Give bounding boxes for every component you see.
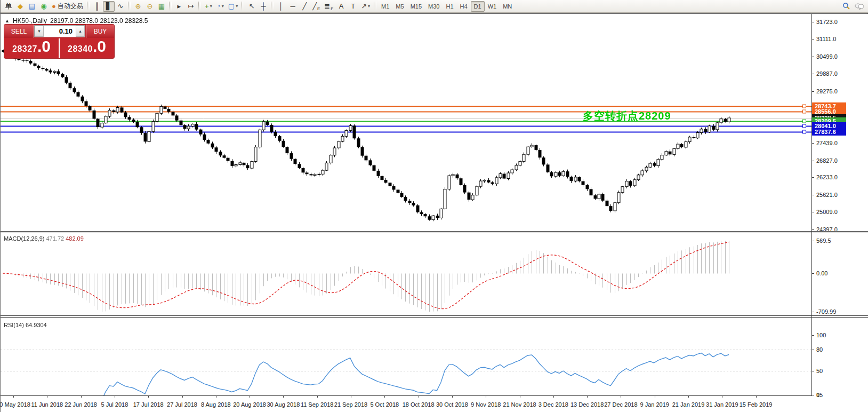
vertical-line-icon: │	[279, 3, 283, 10]
sell-button[interactable]: SELL	[4, 25, 34, 38]
rsi-label: RSI(14) 64.9304	[4, 322, 47, 328]
timeframe-mn-button[interactable]: MN	[500, 1, 515, 12]
chat-button[interactable]	[853, 1, 866, 12]
auto-scroll-button[interactable]: ▸	[173, 1, 185, 12]
rsi-tick-label: 50	[816, 368, 823, 374]
zoom-out-icon: ⊖	[147, 3, 152, 10]
timeframe-m15-button[interactable]: M15	[407, 1, 425, 12]
pivot-annotation[interactable]: 多空转折点28209	[583, 109, 671, 123]
text-icon: A	[339, 3, 344, 10]
autotrading-button[interactable]: ●自动交易	[50, 1, 85, 12]
chevron-down-icon: ▾	[210, 4, 212, 9]
text-button[interactable]: A	[335, 1, 347, 12]
buy-button[interactable]: BUY	[86, 25, 114, 38]
date-label: 30 Oct 2018	[436, 401, 468, 408]
new-order-button[interactable]: 单	[3, 1, 14, 12]
volume-input[interactable]	[44, 26, 76, 37]
chevron-down-icon: ▾	[368, 4, 370, 9]
cursor-button[interactable]: ↖	[246, 1, 258, 12]
toolbar-right-group	[840, 1, 866, 12]
rsi-tick-label: 0	[816, 392, 819, 398]
add-indicator-button[interactable]: +▾	[203, 1, 214, 12]
equidistant-channel-icon-sub: E	[317, 6, 320, 11]
fibonacci-button[interactable]: ≣F	[322, 1, 335, 12]
date-label: 21 Jan 2019	[672, 401, 705, 408]
date-label: 21 Nov 2018	[503, 401, 536, 408]
pane-separator[interactable]	[1, 231, 868, 233]
price-tick-label: 25009.0	[816, 209, 838, 215]
ingot-icon: ◆	[18, 3, 23, 10]
label-icon: T	[351, 3, 355, 10]
auto-scroll-icon: ▸	[178, 3, 181, 10]
timeframe-d1-button[interactable]: D1	[471, 1, 485, 12]
macd-indicator-canvas[interactable]	[1, 233, 811, 315]
macd-main-value: 471.72	[46, 235, 64, 242]
tile-windows-button[interactable]: ▦	[156, 1, 167, 12]
new-order-icon: 单	[5, 3, 12, 10]
crosshair-button[interactable]: ┼	[258, 1, 269, 12]
price-tick-label: 29887.0	[816, 70, 838, 77]
buy-price[interactable]: 28340 .0	[60, 38, 114, 58]
price-tick-label: 27439.0	[816, 140, 838, 146]
zoom-in-button[interactable]: ⊕	[132, 1, 144, 12]
date-label: 27 Dec 2018	[604, 401, 637, 408]
chevron-down-icon: ▾	[222, 4, 224, 9]
bar-chart-button[interactable]: ║	[91, 1, 103, 12]
horizontal-line-icon: ─	[291, 3, 295, 10]
date-label: 5 Jul 2018	[101, 401, 128, 408]
timeframe-w1-button[interactable]: W1	[485, 1, 500, 12]
date-label: 17 Jul 2018	[133, 401, 164, 408]
symbol-period-label: HK50-,Daily	[13, 17, 47, 25]
tile-windows-icon: ▦	[158, 3, 165, 10]
volume-up-button[interactable]: ▲	[76, 26, 85, 37]
date-label: 9 Jan 2019	[640, 401, 669, 408]
ohlc-values: 28197.0 28378.0 28123.0 28328.5	[50, 17, 148, 25]
candlestick-icon: ▋	[106, 3, 111, 10]
price-tick-label: 26827.0	[816, 157, 838, 164]
collapse-icon[interactable]: ▲	[5, 18, 10, 23]
rsi-tick-label: 80	[816, 346, 823, 353]
search-button[interactable]	[840, 1, 853, 12]
rsi-indicator-canvas[interactable]	[1, 318, 811, 395]
price-chart-canvas[interactable]	[1, 14, 811, 231]
date-label: 20 Aug 2018	[233, 401, 266, 408]
vertical-line-button[interactable]: │	[275, 1, 287, 12]
macd-tick-label: -709.99	[816, 308, 836, 315]
line-price-flag[interactable]: 27837.6	[812, 128, 846, 136]
toolbar-separator	[198, 2, 201, 11]
equidistant-channel-button[interactable]: ╱E	[310, 1, 322, 12]
price-tick-label: 31111.0	[816, 36, 836, 42]
candlestick-button[interactable]: ▋	[103, 1, 115, 12]
chart-window[interactable]: ▲ HK50-,Daily 28197.0 28378.0 28123.0 28…	[1, 13, 868, 412]
ingot-button[interactable]: ◆	[14, 1, 26, 12]
volume-down-button[interactable]: ▼	[35, 26, 44, 37]
signal-button[interactable]: ◉	[38, 1, 50, 12]
periods-clock-button[interactable]: ◔▾	[214, 1, 226, 12]
chart-shift-button[interactable]: ↦	[185, 1, 197, 12]
line-chart-button[interactable]: ∿	[115, 1, 126, 12]
add-indicator-icon: +	[205, 3, 209, 10]
macd-signal-value: 482.09	[66, 235, 84, 242]
trendline-button[interactable]: ╱	[299, 1, 310, 12]
arrows-button[interactable]: ↗▾	[359, 1, 372, 12]
toolbar-separator	[128, 2, 131, 11]
horizontal-line-button[interactable]: ─	[287, 1, 299, 12]
one-click-trading-panel: SELL ▼ ▲ BUY 28327 .0 28340 .0	[4, 25, 114, 58]
template-button[interactable]: ▢▾	[226, 1, 240, 12]
chart-title: ▲ HK50-,Daily 28197.0 28378.0 28123.0 28…	[5, 17, 148, 25]
timeframe-m5-button[interactable]: M5	[392, 1, 407, 12]
chart-shift-icon: ↦	[188, 3, 194, 10]
timeframe-h4-button[interactable]: H4	[457, 1, 471, 12]
sell-price[interactable]: 28327 .0	[4, 38, 59, 58]
timeframe-h1-button[interactable]: H1	[443, 1, 456, 12]
date-label: 11 Jun 2018	[31, 401, 63, 408]
periods-clock-icon: ◔	[216, 3, 221, 10]
publish-button[interactable]: ▤	[26, 1, 38, 12]
price-tick-label: 29275.0	[816, 88, 838, 94]
timeframe-m30-button[interactable]: M30	[425, 1, 443, 12]
search-icon	[842, 2, 850, 10]
zoom-out-button[interactable]: ⊖	[144, 1, 156, 12]
timeframe-m1-button[interactable]: M1	[378, 1, 392, 12]
label-button[interactable]: T	[347, 1, 359, 12]
pane-separator[interactable]	[1, 315, 868, 318]
